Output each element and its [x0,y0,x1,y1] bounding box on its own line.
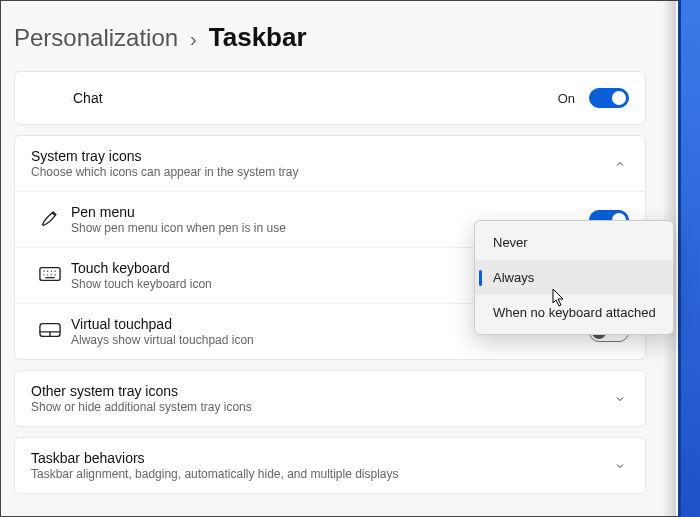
cursor-icon [552,288,566,308]
other-system-tray-icons-section[interactable]: Other system tray icons Show or hide add… [14,370,646,427]
pen-menu-title: Pen menu [71,204,589,220]
dropdown-option-never[interactable]: Never [475,225,673,260]
chat-toggle[interactable] [589,88,629,108]
svg-rect-2 [40,267,60,280]
pen-icon [40,208,60,232]
behaviors-desc: Taskbar alignment, badging, automaticall… [31,467,611,481]
chat-label: Chat [73,90,558,106]
touchpad-icon [39,322,61,342]
taskbar-behaviors-section[interactable]: Taskbar behaviors Taskbar alignment, bad… [14,437,646,494]
chevron-down-icon [611,457,629,475]
behaviors-title: Taskbar behaviors [31,450,611,466]
other-tray-desc: Show or hide additional system tray icon… [31,400,611,414]
system-tray-icons-header[interactable]: System tray icons Choose which icons can… [15,136,645,191]
chat-state-label: On [558,91,575,106]
chevron-up-icon [611,155,629,173]
dropdown-option-always[interactable]: Always [475,260,673,295]
other-tray-title: Other system tray icons [31,383,611,399]
keyboard-icon [39,266,61,286]
system-tray-desc: Choose which icons can appear in the sys… [31,165,611,179]
window-edge [678,0,700,517]
touch-keyboard-dropdown: Never Always When no keyboard attached [474,220,674,335]
dropdown-option-when-no-keyboard[interactable]: When no keyboard attached [475,295,673,330]
chevron-down-icon [611,390,629,408]
virtual-touchpad-desc: Always show virtual touchpad icon [71,333,589,347]
taskbar-item-chat[interactable]: Chat On [14,71,646,125]
system-tray-title: System tray icons [31,148,611,164]
